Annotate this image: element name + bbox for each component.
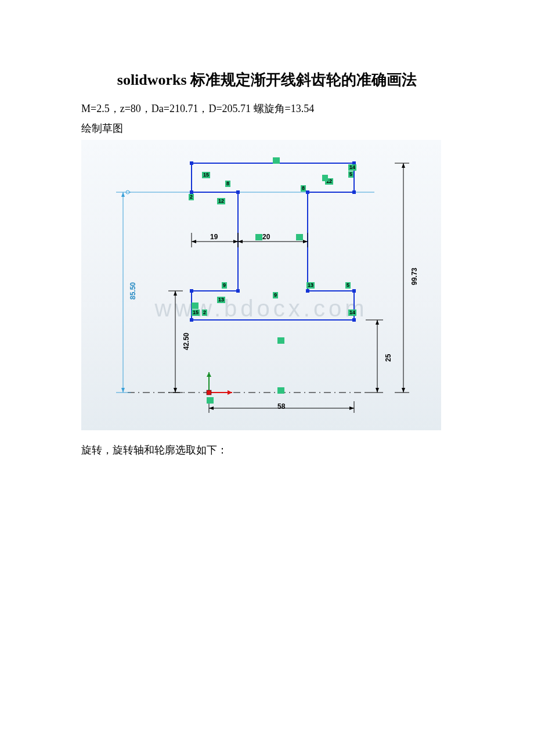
origin-x-arrow xyxy=(228,390,232,395)
svg-marker-37 xyxy=(209,406,214,410)
svg-marker-43 xyxy=(402,163,405,168)
svg-marker-35 xyxy=(238,240,243,243)
origin-y-arrow xyxy=(207,372,211,377)
relation-tag-8: 8 xyxy=(225,181,230,187)
relation-marker xyxy=(207,397,214,404)
relation-tag-2: 2 xyxy=(202,309,207,316)
svg-rect-8 xyxy=(306,289,309,293)
relation-tag-14: 14 xyxy=(348,164,356,171)
svg-marker-41 xyxy=(174,291,177,296)
relation-tag-9: 9 xyxy=(222,282,227,289)
dimension-arrows xyxy=(174,163,405,410)
svg-marker-33 xyxy=(192,240,196,243)
svg-marker-45 xyxy=(121,192,125,197)
svg-rect-5 xyxy=(352,190,356,194)
relation-marker xyxy=(322,175,328,181)
dim-99-73: 99.73 xyxy=(410,268,418,285)
relation-tag-9: 9 xyxy=(273,292,278,298)
svg-rect-3 xyxy=(236,190,240,194)
svg-rect-11 xyxy=(352,318,356,322)
relation-tag-5: 5 xyxy=(348,171,353,178)
svg-rect-4 xyxy=(306,190,309,194)
relation-marker xyxy=(277,337,284,344)
relation-tag-8: 8 xyxy=(301,185,306,192)
svg-rect-6 xyxy=(190,289,193,293)
svg-rect-7 xyxy=(236,289,240,293)
svg-marker-38 xyxy=(349,406,354,410)
sketch-figure: www.bdocx.com xyxy=(81,140,441,430)
dim-58: 58 xyxy=(277,402,285,411)
svg-marker-44 xyxy=(402,388,405,393)
relation-tag-2: 2 xyxy=(189,194,194,200)
relation-marker xyxy=(192,303,199,309)
relation-tag-13: 13 xyxy=(217,297,225,303)
svg-marker-36 xyxy=(303,240,308,243)
revolve-caption: 旋转，旋转轴和轮廓选取如下： xyxy=(81,443,453,457)
relation-marker xyxy=(273,157,280,164)
svg-rect-0 xyxy=(190,161,193,165)
relation-tag-15: 15 xyxy=(202,172,210,178)
dim-19: 19 xyxy=(210,233,218,241)
relation-marker xyxy=(255,234,262,240)
relation-marker xyxy=(277,387,284,394)
dim-25: 25 xyxy=(384,354,392,362)
dimension-lines xyxy=(168,163,409,413)
svg-marker-39 xyxy=(376,320,379,325)
svg-rect-10 xyxy=(190,318,193,322)
relation-tag-12: 12 xyxy=(217,198,225,204)
origin-point xyxy=(207,390,211,395)
relation-tag-5: 5 xyxy=(345,282,351,289)
svg-marker-34 xyxy=(233,240,238,243)
dim-20: 20 xyxy=(262,233,270,241)
dim-85-50: 85.50 xyxy=(129,282,137,300)
svg-rect-9 xyxy=(352,289,356,293)
relation-tag-13: 13 xyxy=(306,282,315,289)
relation-tag-14: 14 xyxy=(348,309,356,316)
parameters-line: M=2.5，z=80，Da=210.71，D=205.71 螺旋角=13.54 xyxy=(81,102,453,116)
svg-marker-40 xyxy=(376,388,379,393)
page-title: solidworks 标准规定渐开线斜齿轮的准确画法 xyxy=(81,70,453,90)
svg-marker-42 xyxy=(174,388,177,393)
dim-42-50: 42.50 xyxy=(182,333,190,350)
relation-tag-15: 15 xyxy=(192,309,200,316)
relation-marker xyxy=(296,234,303,240)
sketch-caption: 绘制草图 xyxy=(81,121,453,135)
svg-marker-46 xyxy=(121,388,125,393)
